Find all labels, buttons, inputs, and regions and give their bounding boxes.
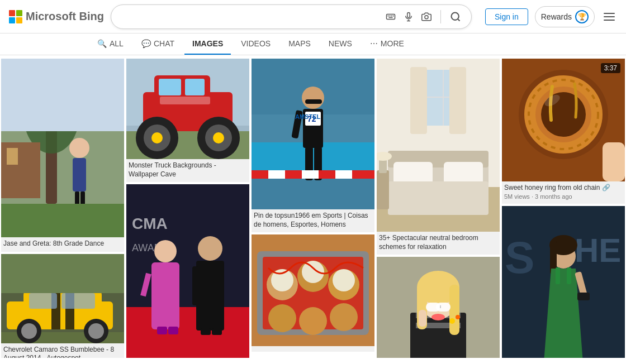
svg-rect-80 [302,170,319,179]
svg-rect-109 [377,170,389,209]
svg-rect-142 [577,293,590,300]
nav-videos[interactable]: VIDEOS [233,33,278,55]
svg-rect-64 [212,328,222,335]
logo-icon [9,10,22,23]
rewards-label: Rewards [541,12,572,21]
svg-point-9 [425,15,428,18]
svg-point-48 [213,132,224,143]
nav-all[interactable]: 🔍 ALL [89,33,131,55]
nav-images-label: IMAGES [192,39,223,48]
svg-rect-143 [556,267,560,284]
svg-rect-21 [1,59,124,131]
col-4: 35+ Spectacular neutral bedroom schemes … [377,59,500,358]
svg-rect-35 [1,254,124,293]
nav-chat[interactable]: 💬 CHAT [134,33,182,55]
svg-point-58 [198,236,222,261]
image-card-honey-ring[interactable]: 3:37 Sweet honey ring from old chain 🔗 5… [502,59,625,204]
image-card-food[interactable] [252,234,374,352]
nav-more-label: MORE [381,39,404,48]
nav-maps-label: MAPS [288,39,311,48]
navigation: 🔍 ALL 💬 CHAT IMAGES VIDEOS MAPS NEWS ⋯ M… [0,33,626,55]
svg-rect-60 [192,266,199,305]
svg-rect-49 [160,97,210,104]
svg-rect-69 [305,99,322,104]
col-1: Jase and Greta: 8th Grade Dance [1,59,124,358]
image-caption-monster-truck: Monster Truck Backgrounds - Wallpaper Ca… [126,159,249,182]
menu-line-2 [604,16,615,17]
col-5: 3:37 Sweet honey ring from old chain 🔗 5… [502,59,625,358]
svg-text:S: S [505,233,534,282]
svg-rect-122 [436,303,450,312]
image-card-got[interactable]: S HE [502,206,625,358]
search-icon-group [385,10,462,23]
masonry-grid: Jase and Greta: 8th Grade Dance [0,56,626,358]
image-card-cyclist[interactable]: 72 AMSTEL [252,59,374,232]
svg-point-34 [88,323,104,339]
svg-rect-102 [410,67,427,134]
image-card-blonde-woman[interactable] [377,257,500,358]
svg-point-126 [449,318,455,324]
hamburger-menu-button[interactable] [601,11,617,23]
svg-rect-59 [196,261,224,331]
video-duration-badge: 3:37 [601,63,620,73]
svg-point-15 [69,138,89,158]
nav-maps[interactable]: MAPS [281,33,319,55]
image-card-jelly-roll[interactable]: CMA AWARDS [126,184,249,358]
svg-point-127 [456,315,460,319]
svg-rect-16 [73,158,86,191]
svg-point-92 [330,303,358,331]
nav-news-label: NEWS [329,39,352,48]
image-caption-camaro: Chevrolet Camaro SS Bumblebee - 8 August… [1,343,124,358]
header: Microsoft Bing [0,0,626,33]
svg-rect-78 [268,170,285,179]
svg-point-95 [333,269,355,291]
image-card-monster-truck[interactable]: Monster Truck Backgrounds - Wallpaper Ca… [126,59,249,182]
nav-all-label: ALL [110,39,124,48]
rewards-button[interactable]: Rewards 🏆 [535,6,595,27]
svg-rect-82 [335,170,352,179]
search-bar [111,4,472,29]
col-3: 72 AMSTEL [252,59,374,358]
image-card-jase-greta[interactable]: Jase and Greta: 8th Grade Dance [1,59,124,252]
logo-text: Microsoft Bing [26,10,104,23]
svg-rect-144 [567,267,571,284]
logo[interactable]: Microsoft Bing [9,10,104,23]
header-actions: Sign in Rewards 🏆 [485,6,617,27]
nav-images[interactable]: IMAGES [184,33,231,55]
logo-sq-yellow [16,17,22,23]
nav-more[interactable]: ⋯ MORE [362,33,412,55]
image-caption-bedroom: 35+ Spectacular neutral bedroom schemes … [377,232,500,255]
svg-rect-56 [151,262,179,329]
menu-line-3 [604,20,615,21]
rewards-icon: 🏆 [575,10,589,23]
menu-line-1 [604,13,615,14]
search-submit-icon[interactable] [449,10,462,23]
svg-line-11 [458,18,460,21]
image-caption-cyclist: Pin de topsun1966 em Sports | Coisas de … [252,209,374,232]
svg-rect-107 [444,162,483,184]
col-2: Monster Truck Backgrounds - Wallpaper Ca… [126,59,249,358]
svg-point-94 [302,261,324,283]
image-card-bedroom[interactable]: 35+ Spectacular neutral bedroom schemes … [377,59,500,255]
search-input[interactable] [120,12,380,22]
image-card-camaro[interactable]: Chevrolet Camaro SS Bumblebee - 8 August… [1,254,124,358]
svg-rect-29 [29,293,57,309]
logo-sq-green [16,10,22,16]
svg-rect-41 [159,79,181,95]
svg-rect-77 [252,170,268,179]
svg-rect-20 [7,148,18,165]
nav-news[interactable]: NEWS [321,33,360,55]
svg-rect-0 [386,14,395,19]
svg-rect-30 [61,293,95,309]
svg-point-32 [21,323,37,339]
sign-in-button[interactable]: Sign in [485,8,528,25]
svg-rect-63 [201,328,211,335]
svg-point-45 [151,132,163,143]
keyboard-icon[interactable] [385,11,397,23]
image-search-icon[interactable] [420,11,433,23]
all-icon: 🔍 [97,39,107,48]
microphone-icon[interactable] [402,11,415,23]
svg-rect-81 [319,170,335,179]
search-divider [440,10,441,23]
svg-text:CMA: CMA [132,215,168,232]
